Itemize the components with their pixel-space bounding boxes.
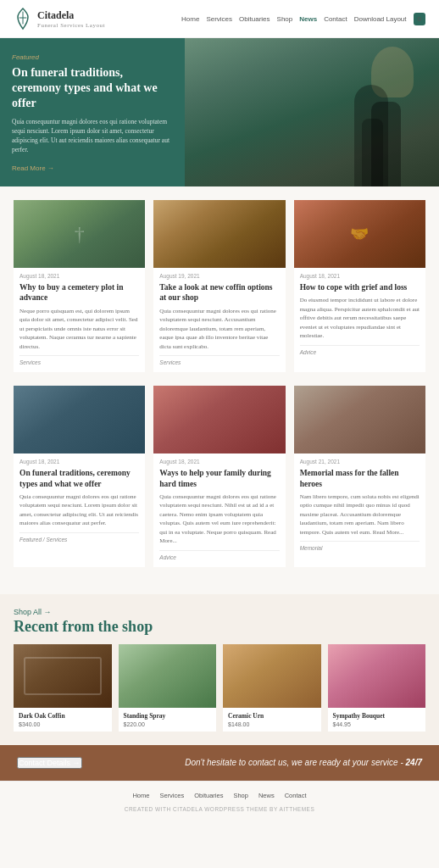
footer-credits: Created with Citadela WordPress Theme by… [10,806,429,812]
blog-tag-5[interactable]: Memorial [300,541,420,551]
blog-card-body-5: August 21, 2021 Memorial mass for the fa… [294,453,425,558]
logo-text: Citadela Funeral Services Layout [37,9,105,29]
shop-item-name-0: Dark Oak Coffin [19,712,107,720]
shop-item-body-2: Ceramic Urn $148.00 [223,708,321,732]
footer-link-services[interactable]: Services [159,792,184,799]
blog-card-body-0: August 18, 2021 Why to buy a cemetery pl… [14,268,145,372]
hero-read-more[interactable]: Read More → [12,164,54,172]
hero-image [185,38,439,186]
shop-header: Shop All → Recent from the shop [14,608,425,636]
footer-cta: Contact Details → Don't hesitate to cont… [0,745,439,781]
blog-card-img-4 [153,386,285,453]
blog-title-5[interactable]: Memorial mass for the fallen heroes [300,468,420,489]
blog-tag-4[interactable]: Advice [159,550,279,560]
contact-details-button[interactable]: Contact Details → [17,757,82,769]
blog-excerpt-2: Do eiusmod tempor incididunt ut labore e… [300,296,420,341]
shop-item-3[interactable]: Sympathy Bouquet $44.95 [328,644,426,732]
shop-item-body-1: Standing Spray $220.00 [119,708,217,732]
blog-date-1: August 19, 2021 [159,273,279,279]
footer-nav-links: Home Services Obituaries Shop News Conta… [10,792,429,799]
footer-link-contact[interactable]: Contact [285,792,307,799]
nav-download[interactable]: Download Layout [354,15,407,23]
blog-grid-row2: August 18, 2021 On funeral traditions, c… [14,386,425,567]
blog-card-img-2 [294,200,425,268]
blog-excerpt-3: Quia consequuntur magni dolores eos qui … [19,492,139,528]
shop-item-img-3 [328,644,426,708]
nav-obituaries[interactable]: Obituaries [239,15,270,23]
blog-excerpt-5: Nam libero tempore, cum soluta nobis est… [300,492,420,537]
nav-shop[interactable]: Shop [277,15,293,23]
nav-contact[interactable]: Contact [324,15,347,23]
blog-card-5: August 21, 2021 Memorial mass for the fa… [294,386,425,567]
blog-title-3[interactable]: On funeral traditions, ceremony types an… [19,468,139,489]
shop-item-1[interactable]: Standing Spray $220.00 [119,644,217,732]
footer-link-home[interactable]: Home [132,792,149,799]
blog-excerpt-1: Quia consequuntur magni dolores eos qui … [159,307,279,352]
footer-cta-text-msg: Don't hesitate to contact us, we are rea… [185,758,405,767]
blog-card-4: August 18, 2021 Ways to help your family… [153,386,285,567]
site-tagline: Funeral Services Layout [37,22,105,29]
blog-card-2: August 18, 2021 How to cope with grief a… [294,200,425,372]
blog-card-1: August 19, 2021 Take a look at new coffi… [153,200,285,372]
hero-title: On funeral traditions, ceremony types an… [12,65,173,112]
nav-news[interactable]: News [299,15,317,23]
shop-item-price-0: $340.00 [19,721,107,727]
blog-card-img-0 [14,200,145,268]
footer-link-news[interactable]: News [258,792,275,799]
hero-excerpt: Quia consequuntur magni dolores eos qui … [12,117,173,155]
shop-all-link[interactable]: Shop All → [14,608,425,616]
footer-link-obituaries[interactable]: Obituaries [194,792,223,799]
logo[interactable]: Citadela Funeral Services Layout [14,7,105,31]
nav-cart[interactable]: 0 [414,13,425,25]
blog-tag-3[interactable]: Featured / Services [19,532,139,542]
featured-label: Featured [12,53,173,61]
blog-date-0: August 18, 2021 [19,273,139,279]
nav-home[interactable]: Home [181,15,199,23]
shop-item-img-2 [223,644,321,708]
blog-card-img-1 [153,200,285,268]
footer-link-shop[interactable]: Shop [233,792,248,799]
shop-title: Recent from the shop [14,618,425,636]
nav-links: Home Services Obituaries Shop News Conta… [181,13,425,25]
blog-card-body-4: August 18, 2021 Ways to help your family… [153,453,285,567]
contact-details-label: Contact Details → [19,759,81,767]
shop-section: Shop All → Recent from the shop Dark Oak… [0,594,439,745]
navbar: Citadela Funeral Services Layout Home Se… [0,0,439,38]
shop-item-img-0 [14,644,112,708]
blog-title-0[interactable]: Why to buy a cemetery plot in advance [19,282,139,303]
blog-excerpt-0: Neque porro quisquam est, qui dolorem ip… [19,307,139,352]
blog-tag-1[interactable]: Services [159,355,279,365]
blog-date-3: August 18, 2021 [19,459,139,465]
shop-item-price-2: $148.00 [228,721,316,727]
shop-item-name-2: Ceramic Urn [228,712,316,720]
blog-card-img-3 [14,386,145,453]
logo-icon [14,7,32,31]
blog-date-4: August 18, 2021 [159,459,279,465]
blog-title-4[interactable]: Ways to help your family during hard tim… [159,468,279,489]
shop-item-price-3: $44.95 [333,721,421,727]
shop-grid: Dark Oak Coffin $340.00 Standing Spray $… [14,644,425,732]
nav-services[interactable]: Services [206,15,232,23]
blog-card-body-2: August 18, 2021 How to cope with grief a… [294,268,425,362]
blog-title-1[interactable]: Take a look at new coffin options at our… [159,282,279,303]
shop-item-2[interactable]: Ceramic Urn $148.00 [223,644,321,732]
blog-tag-0[interactable]: Services [19,355,139,365]
footer-cta-highlight: 24/7 [406,758,422,767]
blog-card-body-1: August 19, 2021 Take a look at new coffi… [153,268,285,372]
blog-excerpt-4: Quia consequuntur magni dolores eos qui … [159,492,279,546]
blog-card-0: August 18, 2021 Why to buy a cemetery pl… [14,200,145,372]
shop-item-price-1: $220.00 [124,721,212,727]
shop-item-name-3: Sympathy Bouquet [333,712,421,720]
blog-card-3: August 18, 2021 On funeral traditions, c… [14,386,145,567]
blog-title-2[interactable]: How to cope with grief and loss [300,282,420,292]
shop-item-name-1: Standing Spray [124,712,212,720]
shop-item-body-0: Dark Oak Coffin $340.00 [14,708,112,732]
hero-section: Featured On funeral traditions, ceremony… [0,38,439,186]
blog-grid-row1: August 18, 2021 Why to buy a cemetery pl… [14,200,425,372]
blog-card-img-5 [294,386,425,453]
shop-item-img-1 [119,644,217,708]
shop-item-0[interactable]: Dark Oak Coffin $340.00 [14,644,112,732]
hero-image-bg [185,38,439,186]
blog-tag-2[interactable]: Advice [300,345,420,355]
footer-cta-message: Don't hesitate to contact us, we are rea… [185,758,422,767]
